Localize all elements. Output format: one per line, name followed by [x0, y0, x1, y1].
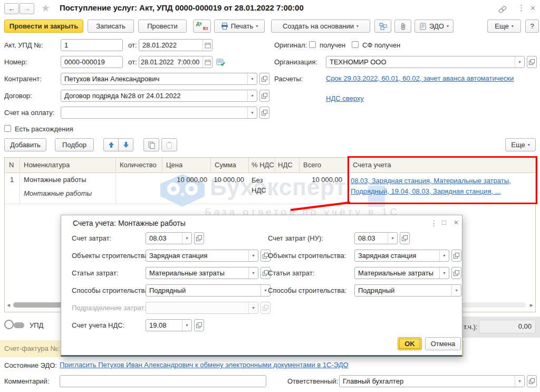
comment-field[interactable]: [60, 375, 266, 387]
report-structure-button[interactable]: [374, 20, 391, 33]
construction-methods-input[interactable]: [146, 285, 261, 296]
row-accounts-link[interactable]: 08.03, Зарядная станция, Материальные за…: [351, 176, 536, 196]
responsible-input[interactable]: [340, 376, 515, 387]
dropdown-icon[interactable]: ▾: [182, 233, 191, 244]
edo-button[interactable]: ЭДО ▾: [414, 20, 454, 33]
more-button[interactable]: Еще ▾: [487, 20, 521, 33]
dropdown-icon[interactable]: ▾: [439, 250, 449, 261]
paste-rows-button[interactable]: [161, 138, 177, 151]
dogovor-input[interactable]: [61, 90, 247, 101]
cost-account-nu-field[interactable]: ▾: [354, 232, 398, 244]
col-header-n[interactable]: N: [9, 158, 14, 173]
sf-received-checkbox[interactable]: [352, 41, 359, 48]
dropdown-icon[interactable]: ▾: [247, 73, 257, 84]
contragent-field[interactable]: ▾: [61, 73, 257, 85]
dropdown-icon[interactable]: ▾: [451, 285, 461, 296]
modal-maximize-icon[interactable]: □: [442, 219, 446, 226]
cost-account-input[interactable]: [146, 233, 182, 244]
act-date-field[interactable]: [139, 39, 213, 51]
act-number-input[interactable]: [61, 40, 122, 51]
construction-objects-nu-field[interactable]: ▾: [354, 250, 449, 262]
cost-department-field[interactable]: ▾: [146, 302, 258, 314]
upd-toggle[interactable]: [4, 320, 25, 330]
col-header-total[interactable]: Всего: [303, 158, 321, 173]
organization-input[interactable]: [326, 56, 515, 68]
edo-invite-link[interactable]: Пригласить Петухов Иван Александрович к …: [60, 361, 349, 369]
pick-button[interactable]: Подбор: [55, 138, 94, 151]
window-menu-icon[interactable]: ⋮: [517, 4, 525, 12]
dropdown-icon[interactable]: ▾: [248, 250, 258, 261]
dropdown-icon[interactable]: ▾: [439, 267, 449, 279]
col-header-accounts[interactable]: Счета учета: [353, 158, 391, 173]
cost-account-nu-input[interactable]: [355, 233, 388, 244]
nds-link[interactable]: НДС сверху: [326, 94, 364, 102]
construction-objects-input[interactable]: [146, 250, 248, 261]
calendar-icon[interactable]: [202, 56, 212, 68]
dt-kt-button[interactable]: Дт Кт: [193, 20, 211, 33]
post-and-close-button[interactable]: Провести и закрыть: [4, 20, 83, 33]
responsible-field[interactable]: ▾: [339, 375, 525, 387]
dropdown-icon[interactable]: ▾: [182, 320, 191, 331]
number-datetime-input[interactable]: [139, 56, 202, 68]
contragent-open-button[interactable]: [259, 73, 269, 85]
col-header-vat[interactable]: НДС: [278, 158, 293, 173]
post-button[interactable]: Провести: [138, 20, 187, 33]
dropdown-icon[interactable]: ▾: [247, 90, 257, 101]
enter-based-check-icon[interactable]: [216, 58, 225, 66]
original-received-checkbox[interactable]: [309, 41, 316, 48]
vat-account-open-button[interactable]: [194, 319, 204, 331]
dropdown-icon[interactable]: ▾: [388, 233, 397, 244]
move-down-button[interactable]: [118, 138, 133, 151]
cost-items-nu-input[interactable]: [355, 267, 439, 279]
modal-menu-icon[interactable]: ⋮: [430, 219, 438, 227]
forward-button[interactable]: →: [20, 3, 34, 14]
col-header-nomenclature[interactable]: Номенклатура: [24, 158, 70, 173]
col-header-price[interactable]: Цена: [166, 158, 182, 173]
vat-account-field[interactable]: ▾: [146, 319, 192, 331]
attachments-button[interactable]: [394, 20, 411, 33]
contragent-input[interactable]: [61, 73, 247, 84]
save-button[interactable]: Записать: [88, 20, 134, 33]
organization-open-button[interactable]: [527, 56, 537, 68]
items-more-button[interactable]: Еще ▾: [505, 138, 536, 151]
organization-field[interactable]: ▾: [326, 56, 525, 68]
construction-objects-nu-open-button[interactable]: [451, 250, 461, 262]
raschety-link[interactable]: Срок 29.03.2022, 60.01, 60.02, зачет ава…: [326, 74, 514, 82]
favorite-star-icon[interactable]: ★: [41, 3, 50, 13]
comment-input[interactable]: [60, 376, 266, 387]
cost-items-nu-open-button[interactable]: [451, 267, 461, 279]
construction-methods-nu-field[interactable]: ▾: [354, 284, 461, 297]
scroll-left-icon[interactable]: ◀: [7, 303, 10, 308]
table-row[interactable]: 1 Монтажные работы Монтажные работы 10 0…: [5, 173, 535, 204]
modal-close-icon[interactable]: ✕: [454, 219, 459, 226]
print-button[interactable]: Печать ▾: [214, 20, 265, 33]
act-date-input[interactable]: [139, 40, 202, 51]
copy-rows-button[interactable]: [143, 138, 159, 151]
construction-methods-nu-input[interactable]: [355, 285, 451, 296]
col-header-sum[interactable]: Сумма: [215, 158, 236, 173]
ok-button[interactable]: OK: [398, 337, 422, 350]
dropdown-icon[interactable]: ▾: [248, 267, 258, 279]
responsible-open-button[interactable]: [527, 375, 537, 387]
cost-account-field[interactable]: ▾: [146, 232, 192, 244]
cost-items-nu-field[interactable]: ▾: [354, 267, 449, 279]
help-button[interactable]: ?: [525, 20, 539, 33]
number-field[interactable]: [61, 56, 123, 68]
cost-account-open-button[interactable]: [194, 232, 204, 244]
cancel-button[interactable]: Отмена: [425, 337, 461, 350]
close-icon[interactable]: ✕: [530, 5, 536, 12]
col-header-vat-rate[interactable]: % НДС: [252, 158, 274, 173]
add-row-button[interactable]: Добавить: [4, 138, 46, 151]
construction-objects-field[interactable]: ▾: [146, 250, 258, 262]
invoice-for-payment-field[interactable]: ▾: [61, 107, 257, 119]
dogovor-open-button[interactable]: [259, 90, 269, 102]
col-header-qty[interactable]: Количество: [120, 158, 157, 173]
calendar-icon[interactable]: [202, 40, 212, 51]
cost-items-field[interactable]: ▾: [146, 267, 258, 279]
move-up-button[interactable]: [103, 138, 119, 151]
dogovor-field[interactable]: ▾: [61, 90, 257, 102]
cost-items-input[interactable]: [146, 267, 248, 279]
dropdown-icon[interactable]: ▾: [247, 107, 257, 118]
construction-methods-field[interactable]: ▾: [146, 284, 271, 297]
act-number-field[interactable]: [61, 39, 123, 51]
